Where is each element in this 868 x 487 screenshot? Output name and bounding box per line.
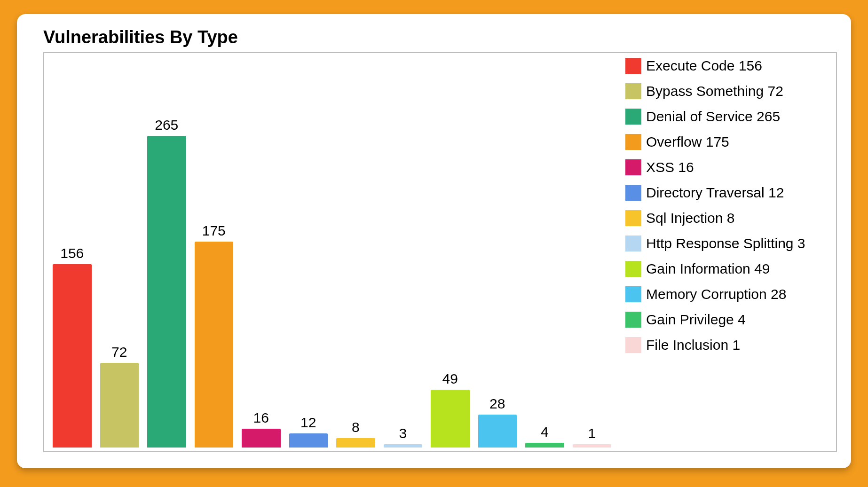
bar-slot: 8: [336, 58, 375, 448]
bar-value-label: 1: [588, 425, 596, 441]
bar-slot: 1: [573, 58, 612, 448]
legend-swatch: [625, 236, 641, 251]
bar: [195, 242, 234, 448]
legend-item: Sql Injection 8: [625, 210, 830, 226]
bar: [242, 429, 281, 448]
bar: [525, 443, 564, 448]
legend-item: Bypass Something 72: [625, 83, 830, 99]
bar: [478, 415, 517, 448]
legend-label: Denial of Service 265: [646, 109, 780, 125]
legend-item: XSS 16: [625, 159, 830, 175]
legend-label: Gain Privilege 4: [646, 312, 746, 328]
bar-value-label: 28: [489, 396, 505, 412]
legend-label: Gain Information 49: [646, 261, 770, 277]
bar-value-label: 72: [111, 344, 127, 360]
bar: [289, 433, 328, 448]
legend-swatch: [625, 337, 641, 353]
legend-item: Overflow 175: [625, 134, 830, 150]
legend-item: Execute Code 156: [625, 58, 830, 74]
bar: [53, 264, 92, 448]
legend-item: Directory Traversal 12: [625, 185, 830, 201]
bar-slot: 72: [100, 58, 139, 448]
bar-value-label: 265: [155, 117, 178, 133]
legend: Execute Code 156Bypass Something 72Denia…: [614, 58, 830, 448]
bar-slot: 3: [384, 58, 423, 448]
bar: [431, 390, 470, 448]
bar-slot: 12: [289, 58, 328, 448]
legend-swatch: [625, 286, 641, 302]
legend-swatch: [625, 159, 641, 175]
bar-slot: 28: [478, 58, 517, 448]
bar-slot: 156: [53, 58, 92, 448]
legend-label: XSS 16: [646, 159, 694, 175]
legend-item: Gain Privilege 4: [625, 312, 830, 328]
legend-label: Directory Traversal 12: [646, 185, 784, 201]
bar-slot: 265: [147, 58, 186, 448]
bar: [336, 438, 375, 448]
legend-item: Denial of Service 265: [625, 109, 830, 125]
legend-swatch: [625, 185, 641, 201]
chart-title: Vulnerabilities By Type: [43, 27, 837, 47]
legend-label: Overflow 175: [646, 134, 729, 150]
bar-value-label: 4: [541, 424, 549, 440]
bar-value-label: 49: [442, 371, 458, 387]
bar-value-label: 175: [202, 223, 226, 239]
chart-frame: 15672265175161283492841 Execute Code 156…: [43, 52, 837, 452]
legend-item: Memory Corruption 28: [625, 286, 830, 302]
plot-area: 15672265175161283492841: [50, 58, 614, 448]
bar-value-label: 3: [399, 425, 407, 441]
bar-slot: 49: [431, 58, 470, 448]
legend-swatch: [625, 58, 641, 74]
legend-swatch: [625, 134, 641, 150]
legend-label: Memory Corruption 28: [646, 286, 786, 302]
bar: [573, 444, 612, 448]
legend-label: Bypass Something 72: [646, 83, 783, 99]
legend-label: Execute Code 156: [646, 58, 762, 74]
legend-swatch: [625, 109, 641, 125]
bar-slot: 16: [242, 58, 281, 448]
legend-label: Http Response Splitting 3: [646, 236, 805, 251]
legend-swatch: [625, 210, 641, 226]
legend-label: File Inclusion 1: [646, 337, 740, 353]
legend-swatch: [625, 312, 641, 328]
legend-swatch: [625, 261, 641, 277]
bar: [100, 363, 139, 448]
legend-item: Http Response Splitting 3: [625, 236, 830, 251]
bar: [147, 136, 186, 448]
bar-value-label: 16: [253, 410, 269, 426]
bar-slot: 4: [525, 58, 564, 448]
legend-item: Gain Information 49: [625, 261, 830, 277]
legend-item: File Inclusion 1: [625, 337, 830, 353]
bar-value-label: 12: [300, 415, 316, 431]
chart-card: Vulnerabilities By Type 1567226517516128…: [17, 14, 851, 468]
bar-value-label: 8: [352, 419, 360, 435]
stage: Vulnerabilities By Type 1567226517516128…: [0, 0, 868, 487]
bar-value-label: 156: [60, 245, 84, 261]
legend-label: Sql Injection 8: [646, 210, 734, 226]
bar-slot: 175: [195, 58, 234, 448]
legend-swatch: [625, 83, 641, 99]
bar: [384, 444, 423, 448]
